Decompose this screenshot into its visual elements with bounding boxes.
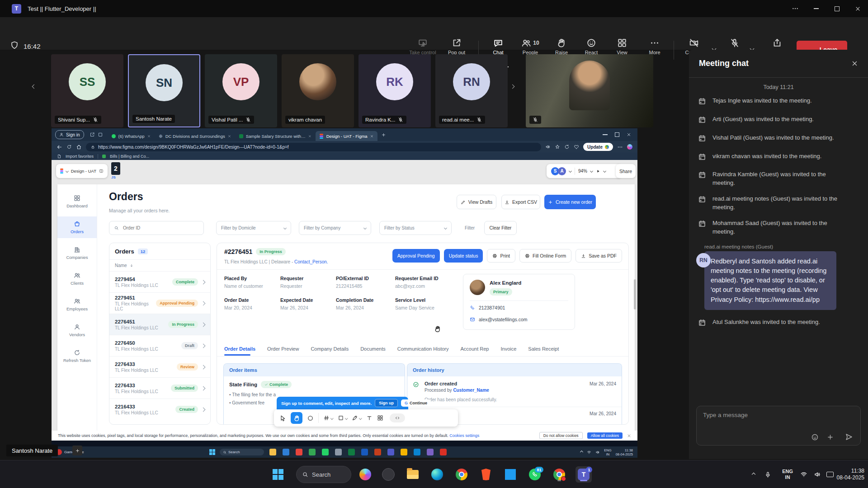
presenter-app-icon[interactable]	[309, 449, 316, 455]
browser-tab[interactable]: Sample Salary Structure with calc	[235, 131, 316, 141]
figma-share-button[interactable]: Share	[616, 164, 636, 178]
shape-tool[interactable]	[338, 415, 348, 421]
participant-tile[interactable]: vikram chavan	[282, 54, 354, 127]
tab-invoice[interactable]: Invoice	[500, 346, 516, 352]
send-icon[interactable]	[845, 433, 853, 441]
google-continue-button[interactable]: GContinue	[401, 399, 431, 407]
chat-message-input[interactable]	[702, 411, 857, 419]
sidebar-item-refresh-token[interactable]: Refresh Token	[57, 345, 97, 367]
tab-order-preview[interactable]: Order Preview	[267, 346, 299, 352]
sidebar-item-companies[interactable]: Companies	[57, 242, 97, 264]
sidebar-item-dashboard[interactable]: Dashboard	[57, 191, 97, 212]
presenter-clock[interactable]: 11:3808-04-2025	[616, 448, 633, 456]
presenter-app-icon[interactable]	[335, 449, 342, 455]
teams-icon[interactable]: T 1	[576, 466, 592, 483]
browser-minimize-icon[interactable]	[603, 134, 608, 135]
export-csv-button[interactable]: Export CSV	[501, 195, 540, 209]
favorite-star-icon[interactable]	[555, 144, 560, 150]
presenter-app-icon[interactable]	[401, 449, 407, 455]
tab-order-details[interactable]: Order Details	[224, 346, 255, 352]
participants-scroll-left-chevron[interactable]	[32, 84, 37, 89]
browser-close-icon[interactable]	[627, 132, 631, 137]
presenter-app-icon[interactable]	[387, 449, 394, 455]
order-row[interactable]: 2276450TL Flex Holdings LLC Draft	[109, 335, 210, 356]
copilot-icon[interactable]	[627, 144, 632, 150]
presenter-app-icon[interactable]	[283, 449, 289, 455]
order-row[interactable]: 2276433TL Flex Holdings LLC Review	[109, 356, 210, 377]
presenter-app-icon[interactable]	[453, 449, 460, 455]
approval-pending-button[interactable]: Approval Pending	[392, 249, 440, 263]
tab-documents[interactable]: Documents	[360, 346, 386, 352]
create-new-order-button[interactable]: Create new order	[544, 195, 596, 209]
tray-mic-icon[interactable]	[764, 460, 771, 488]
contact-phone[interactable]: 2123874901	[479, 305, 505, 310]
presenter-app-icon[interactable]	[361, 449, 368, 455]
titlebar-more-icon[interactable]	[785, 0, 806, 17]
text-tool-icon[interactable]	[366, 415, 373, 421]
view-drafts-button[interactable]: View Drafts	[457, 195, 496, 209]
sidebar-item-clients[interactable]: Clients	[57, 268, 97, 290]
order-row[interactable]: 2279454TL Flex Holdings LLC Complete	[109, 271, 210, 292]
fill-online-form-button[interactable]: Fill Online Form	[519, 249, 571, 263]
bookmark-bills[interactable]: Bills | Billing and Co...	[110, 154, 149, 159]
tray-pen-icon[interactable]	[826, 460, 834, 488]
filter-apply-button[interactable]: Filter	[459, 221, 480, 235]
frame-tool[interactable]	[323, 415, 333, 421]
tab-communication-history[interactable]: Communication History	[397, 346, 449, 352]
presenter-app-icon[interactable]	[440, 449, 447, 455]
deny-cookies-button[interactable]: Do not allow cookies	[539, 432, 583, 439]
home-icon[interactable]	[76, 144, 82, 150]
contact-email[interactable]: alex@vstatefilings.com	[479, 317, 528, 322]
edge-icon[interactable]	[429, 466, 445, 483]
customer-name-link[interactable]: Customer_Name	[453, 388, 489, 393]
sidebar-item-employees[interactable]: Employees	[57, 294, 97, 315]
browser-tab[interactable]: DC Divisions and Surroundings	[155, 131, 235, 141]
new-tab-icon[interactable]	[381, 132, 386, 137]
signup-button[interactable]: Sign up	[375, 399, 398, 407]
presenter-app-icon[interactable]	[374, 449, 381, 455]
attach-add-icon[interactable]	[826, 433, 834, 441]
chrome-icon[interactable]	[453, 466, 470, 483]
sidebar-item-orders[interactable]: Orders	[57, 216, 97, 238]
comment-tool-icon[interactable]	[307, 415, 314, 422]
participant-tile[interactable]: SS Shivani Sup...	[51, 54, 123, 127]
figma-file-menu[interactable]: Design - UAT	[56, 164, 108, 178]
order-row[interactable]: 2276433TL Flex Holdings LLC Submitted	[109, 377, 210, 399]
read-aloud-icon[interactable]	[545, 144, 551, 150]
avatars-chevron[interactable]	[569, 169, 572, 173]
browser-profile-button[interactable]: Sign in	[55, 130, 84, 139]
presenter-language-indicator[interactable]: ENGIN	[604, 448, 611, 456]
tab-close-icon[interactable]	[370, 135, 373, 138]
collections-heart-icon[interactable]	[574, 144, 579, 150]
whatsapp-icon[interactable]: 81	[527, 466, 543, 483]
tab-account-rep[interactable]: Account Rep	[461, 346, 489, 352]
update-status-button[interactable]: Update status	[444, 249, 483, 263]
tab-company-details[interactable]: Company Details	[311, 346, 349, 352]
chat-input-box[interactable]	[696, 406, 861, 446]
sort-descending-icon[interactable]	[129, 263, 134, 268]
order-row[interactable]: 2216433TL Flex Holdings LLC Created	[109, 399, 210, 420]
reload-icon[interactable]	[66, 144, 72, 150]
filter-status-select[interactable]: Filter by Status	[379, 221, 452, 235]
chrome-profile-icon[interactable]	[551, 466, 567, 483]
presenter-app-icon[interactable]	[296, 449, 302, 455]
back-icon[interactable]	[57, 144, 62, 150]
pen-tool[interactable]	[352, 415, 362, 421]
participant-tile[interactable]: VP Vishal Patil ...	[205, 54, 277, 127]
presenter-app-icon[interactable]	[414, 449, 420, 455]
tab-close-icon[interactable]	[228, 135, 231, 138]
bookmark-import-favorites[interactable]: Import favorites	[66, 154, 94, 159]
chat-close-icon[interactable]	[851, 60, 858, 67]
present-chevron[interactable]	[603, 169, 606, 173]
cookie-close-icon[interactable]	[627, 434, 631, 438]
tray-language-indicator[interactable]: ENGIN	[782, 460, 793, 488]
name-column-header[interactable]: Name	[115, 263, 127, 268]
tab-sales-receipt[interactable]: Sales Receipt	[528, 346, 559, 352]
layout-columns-icon[interactable]	[99, 169, 104, 174]
print-button[interactable]: Print	[487, 249, 515, 263]
presenter-speaker-icon[interactable]	[595, 450, 600, 455]
presenter-search[interactable]: Search	[220, 449, 264, 455]
maximize-button[interactable]	[826, 0, 847, 17]
presenter-app-icon[interactable]	[269, 449, 276, 455]
browser-tab-active[interactable]: Design - UAT - Figma	[316, 131, 377, 141]
